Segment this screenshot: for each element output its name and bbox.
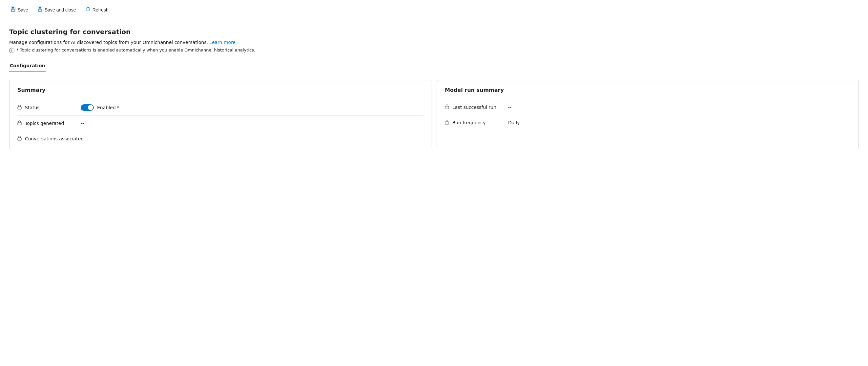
toggle-container: Enabled * <box>81 104 119 111</box>
svg-rect-8 <box>18 138 21 140</box>
last-run-lock-icon <box>445 104 449 110</box>
learn-more-link[interactable]: Learn more <box>209 40 236 45</box>
summary-card: Summary Status Enabled * <box>9 80 431 149</box>
refresh-icon <box>85 6 91 13</box>
description-text: Manage configurations for AI discovered … <box>9 40 208 45</box>
conversations-lock-icon <box>18 136 22 142</box>
save-icon <box>10 6 16 13</box>
tab-configuration[interactable]: Configuration <box>9 60 46 72</box>
save-button[interactable]: Save <box>6 5 32 15</box>
model-run-summary-card: Model run summary Last successful run -- <box>437 80 859 149</box>
save-close-icon <box>37 6 43 13</box>
page-description: Manage configurations for AI discovered … <box>9 40 859 45</box>
svg-rect-10 <box>445 122 449 124</box>
run-freq-lock-icon <box>445 120 449 126</box>
topics-generated-field-row: Topics generated -- <box>18 116 423 131</box>
status-field-row: Status Enabled * <box>18 100 423 116</box>
conversations-associated-field-row: Conversations associated -- <box>18 131 423 146</box>
info-text: * Topic clustering for conversations is … <box>17 48 255 53</box>
page-content: Topic clustering for conversation Manage… <box>0 20 868 157</box>
status-label: Status <box>25 105 78 110</box>
cards-grid: Summary Status Enabled * <box>9 80 859 149</box>
run-frequency-label: Run frequency <box>453 120 505 125</box>
last-successful-run-value: -- <box>508 104 512 110</box>
svg-rect-1 <box>12 7 14 8</box>
info-icon: i <box>9 48 14 53</box>
topics-lock-icon <box>18 120 22 126</box>
svg-rect-5 <box>38 9 42 11</box>
conversations-associated-value: -- <box>87 136 90 141</box>
run-frequency-value: Daily <box>508 120 520 125</box>
toolbar: Save Save and close Refresh <box>0 0 868 20</box>
svg-rect-2 <box>11 9 15 11</box>
save-and-close-button[interactable]: Save and close <box>33 5 80 15</box>
save-and-close-label: Save and close <box>44 7 76 12</box>
last-successful-run-field-row: Last successful run -- <box>445 100 850 115</box>
last-successful-run-label: Last successful run <box>453 104 505 110</box>
topics-generated-label: Topics generated <box>25 121 78 126</box>
toggle-label: Enabled * <box>97 105 119 110</box>
tabs-container: Configuration <box>9 60 859 72</box>
status-toggle[interactable] <box>81 104 94 111</box>
model-run-summary-title: Model run summary <box>445 87 850 93</box>
topics-generated-value: -- <box>81 121 84 126</box>
svg-rect-6 <box>18 106 21 109</box>
info-row: i * Topic clustering for conversations i… <box>9 48 859 53</box>
status-lock-icon <box>18 104 22 111</box>
svg-rect-7 <box>18 122 21 125</box>
svg-rect-9 <box>445 106 449 109</box>
refresh-label: Refresh <box>93 7 108 12</box>
conversations-associated-label: Conversations associated <box>25 136 84 141</box>
refresh-button[interactable]: Refresh <box>81 5 113 15</box>
summary-card-title: Summary <box>18 87 423 93</box>
run-frequency-field-row: Run frequency Daily <box>445 115 850 130</box>
save-label: Save <box>18 7 28 12</box>
svg-rect-4 <box>39 7 41 8</box>
page-title: Topic clustering for conversation <box>9 28 859 36</box>
